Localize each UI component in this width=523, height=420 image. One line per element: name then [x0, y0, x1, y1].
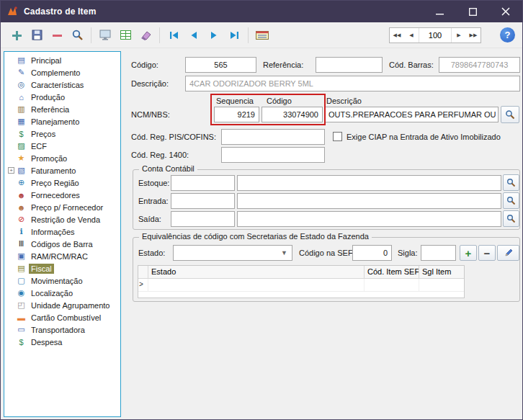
table-row[interactable]: >: [138, 279, 464, 292]
codigo-label: Código:: [131, 57, 158, 73]
pis-cofins-field[interactable]: [221, 129, 325, 145]
ncm-codigo-field[interactable]: [262, 107, 323, 122]
estoque-search-button[interactable]: [503, 174, 519, 191]
equivalencias-title: Equivalências de código com Secretarias …: [139, 232, 372, 241]
pencil-icon: [504, 248, 514, 258]
sigla-field[interactable]: [421, 245, 456, 261]
saida-label: Saída:: [138, 211, 161, 227]
estoque-label: Estoque:: [138, 175, 169, 191]
saida-desc-field[interactable]: [237, 211, 501, 227]
magnifier-icon: [506, 214, 516, 223]
magnifier-icon: [506, 178, 516, 187]
saida-code-field[interactable]: [171, 211, 235, 227]
estado-label: Estado:: [138, 245, 165, 261]
main-form: Código: Referência: Cód. Barras: Descriç…: [1, 1, 522, 419]
referencia-label: Referência:: [263, 57, 303, 73]
cod-barras-label: Cód. Barras:: [389, 57, 434, 73]
estado-cell: [148, 279, 365, 291]
plus-icon: +: [465, 247, 472, 259]
magnifier-icon: [506, 196, 516, 205]
ncm-sequencia-field[interactable]: [214, 107, 259, 122]
ncm-descricao-field[interactable]: OUTS.PREPARACOES PARA PERFUMAR OU D: [324, 107, 499, 122]
referencia-field[interactable]: [316, 57, 383, 73]
descricao-field[interactable]: [185, 76, 520, 91]
pis-cofins-label: Cód. Reg. PIS/COFINS:: [131, 129, 216, 145]
sigla-label: Sigla:: [398, 245, 418, 261]
remove-equivalencia-button[interactable]: −: [478, 245, 496, 261]
descricao-label: Descrição:: [131, 76, 169, 91]
ciap-checkbox[interactable]: [333, 132, 342, 141]
cadastro-de-item-window: Cadastro de Item: [0, 0, 523, 420]
estado-select[interactable]: ▼: [173, 245, 292, 261]
chevron-down-icon: ▼: [281, 249, 287, 256]
sequencia-header: Sequencia: [216, 97, 254, 105]
sgl-item-column-header: Sgl Item: [419, 266, 462, 278]
edit-equivalencia-button[interactable]: [497, 245, 519, 261]
codigo-header: Código: [267, 97, 292, 105]
sef-table: Estado Cód. Item SEF Sgl Item >: [138, 265, 465, 298]
estoque-code-field[interactable]: [171, 175, 235, 191]
reg-1400-field[interactable]: [221, 147, 325, 163]
reg-1400-label: Cód. Reg. 1400:: [131, 147, 189, 163]
cod-barras-field[interactable]: [439, 57, 520, 73]
sgl-item-cell: [419, 279, 462, 291]
entrada-code-field[interactable]: [171, 193, 235, 209]
minus-icon: −: [484, 247, 491, 259]
ciap-checkbox-label: Exige CIAP na Entrada de Ativo Imobiliza…: [347, 129, 501, 145]
codigo-sef-field[interactable]: [352, 245, 392, 261]
cod-item-sef-cell: [365, 279, 419, 291]
cod-item-sef-column-header: Cód. Item SEF: [365, 266, 419, 278]
magnifier-icon: [505, 110, 515, 120]
entrada-desc-field[interactable]: [237, 193, 501, 209]
marker-column-header: [138, 266, 148, 278]
codigo-sef-label: Código na SEF:: [299, 245, 355, 261]
row-marker: >: [138, 279, 148, 291]
estoque-desc-field[interactable]: [237, 175, 501, 191]
entrada-label: Entrada:: [138, 193, 169, 209]
sef-table-header: Estado Cód. Item SEF Sgl Item: [138, 266, 464, 279]
add-equivalencia-button[interactable]: +: [460, 245, 477, 261]
ncm-search-button[interactable]: [501, 106, 519, 123]
estado-column-header: Estado: [148, 266, 365, 278]
saida-search-button[interactable]: [503, 210, 519, 227]
conta-contabil-title: Conta Contábil: [139, 164, 197, 173]
entrada-search-button[interactable]: [503, 192, 519, 209]
descricao-header: Descrição: [326, 97, 362, 105]
codigo-field[interactable]: [185, 57, 256, 73]
ncm-nbs-label: NCM/NBS:: [131, 107, 170, 122]
